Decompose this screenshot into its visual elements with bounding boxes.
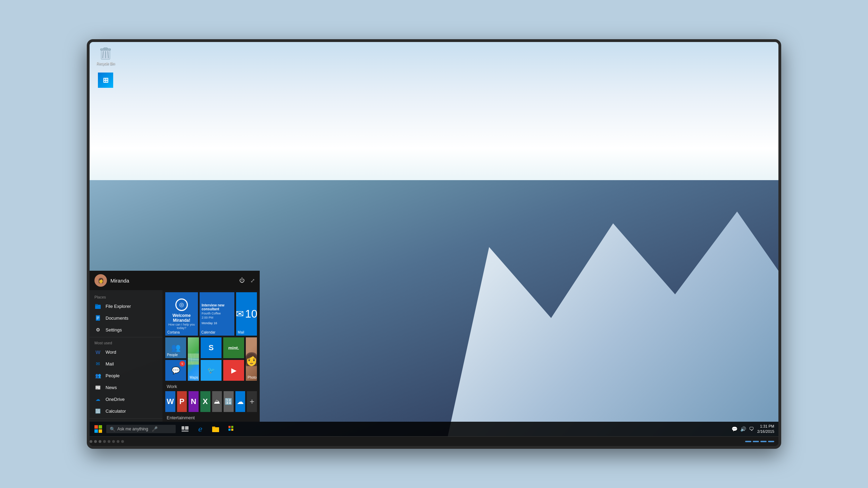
start-menu-header: 👩 Miranda ⏻ ⤢: [90, 271, 260, 290]
monitor-dots-row: [90, 440, 778, 443]
onedrive-tile[interactable]: ☁: [235, 391, 245, 412]
mail-icon: ✉: [94, 360, 101, 367]
nav-dot-1: [745, 441, 751, 442]
work-section-label: Work: [165, 382, 257, 391]
sidebar-item-word[interactable]: W Word: [90, 346, 162, 358]
messaging-tile[interactable]: 💬 5: [165, 360, 186, 381]
sidebar-item-calculator[interactable]: 🔢 Calculator: [90, 405, 162, 417]
calc-tile[interactable]: 🔢: [224, 391, 234, 412]
mint-label: mint.: [228, 345, 239, 351]
svg-rect-19: [94, 429, 98, 433]
ppt-icon: P: [180, 397, 185, 406]
sidebar-item-settings[interactable]: ⚙ Settings: [90, 324, 162, 336]
onedrive-icon: ☁: [94, 396, 101, 403]
internet-explorer-button[interactable]: ℯ: [193, 422, 208, 436]
news-icon: 📰: [94, 384, 101, 391]
store-taskbar-button[interactable]: [224, 422, 238, 436]
recycle-bin-icon[interactable]: Recycle Bin: [94, 45, 117, 66]
word-tile-icon: W: [167, 397, 174, 406]
maps-graphic: [188, 337, 199, 381]
settings-icon: ⚙: [94, 326, 101, 333]
people-tile[interactable]: 👥 People: [165, 337, 186, 358]
bing-icon: ⛰: [214, 398, 220, 405]
sidebar-item-file-explorer[interactable]: File Explorer: [90, 300, 162, 312]
search-text: Ask me anything: [117, 427, 148, 431]
bing-tile[interactable]: ⛰: [212, 391, 222, 412]
calendar-tile[interactable]: Interview new consultant Fourth Coffee 2…: [200, 292, 234, 336]
sidebar-item-onedrive[interactable]: ☁ OneDrive: [90, 393, 162, 405]
svg-rect-2: [104, 48, 108, 49]
store-image: ⊞: [98, 73, 113, 88]
speaker-icon[interactable]: 🔊: [740, 426, 746, 432]
store-icon[interactable]: ⊞: [94, 73, 117, 88]
taskbar-apps: ℯ: [178, 422, 238, 436]
calendar-label: Calendar: [201, 330, 216, 334]
cortana-circle: ◎: [175, 298, 188, 311]
documents-icon: [94, 314, 101, 321]
start-menu-body: Places File Explorer: [90, 290, 260, 422]
excel-icon: X: [203, 397, 208, 406]
system-clock[interactable]: 1:31 PM 2/16/2015: [757, 424, 774, 435]
header-icons: ⏻ ⤢: [239, 277, 255, 284]
svg-rect-7: [95, 304, 98, 305]
svg-rect-29: [231, 429, 233, 431]
skype-tile[interactable]: S: [201, 337, 222, 358]
mail-envelope-icon: ✉: [236, 308, 244, 320]
places-label: Places: [90, 293, 162, 300]
mail-tile[interactable]: ✉ 10 Mail: [236, 292, 257, 336]
photos-tile[interactable]: 👩 Photos: [246, 337, 257, 381]
excel-tile[interactable]: X: [200, 391, 210, 412]
maps-tile[interactable]: Maps: [188, 337, 199, 381]
calculator-icon: 🔢: [94, 407, 101, 414]
onedrive-label: OneDrive: [106, 397, 125, 402]
file-explorer-icon: [94, 303, 101, 310]
svg-rect-26: [228, 426, 231, 428]
search-bar[interactable]: 🔍 Ask me anything 🎤: [106, 425, 176, 433]
microphone-icon[interactable]: 🎤: [152, 426, 158, 432]
expand-button[interactable]: ⤢: [250, 277, 255, 284]
user-info[interactable]: 👩 Miranda: [94, 274, 129, 287]
svg-rect-21: [182, 426, 184, 430]
start-left-panel: Places File Explorer: [90, 290, 162, 422]
flipboard-tile[interactable]: ▶: [223, 360, 244, 381]
monitor-dot-1: [90, 440, 92, 443]
sidebar-item-people[interactable]: 👥 People: [90, 370, 162, 381]
mail-tile-label: Mail: [238, 330, 244, 334]
start-button[interactable]: [91, 422, 106, 436]
mint-tile[interactable]: mint.: [223, 337, 244, 358]
tiles-row-work: W P N X ⛰: [165, 391, 257, 412]
monitor-dot-6: [112, 440, 115, 443]
ie-icon: ℯ: [198, 425, 202, 433]
word-label: Word: [106, 350, 116, 355]
people-tile-icon: 👥: [171, 343, 181, 352]
word-tile[interactable]: W: [165, 391, 175, 412]
monitor-bottom-bar: [90, 436, 778, 446]
powerpoint-tile[interactable]: P: [177, 391, 187, 412]
monitor-dot-4: [103, 440, 106, 443]
calendar-company: Fourth Coffee: [202, 312, 232, 315]
messaging-badge: 5: [180, 361, 185, 367]
add-tile-button[interactable]: +: [247, 391, 257, 412]
sidebar-item-news[interactable]: 📰 News: [90, 381, 162, 393]
onenote-tile[interactable]: N: [189, 391, 199, 412]
sidebar-item-mail[interactable]: ✉ Mail: [90, 358, 162, 370]
cortana-tile[interactable]: ◎ Welcome Miranda! How can I help you to…: [165, 292, 198, 336]
sidebar-item-documents[interactable]: Documents: [90, 312, 162, 324]
skype-icon: S: [209, 343, 214, 352]
people-icon: 👥: [94, 372, 101, 379]
speech-bubble-icon[interactable]: 🗨: [749, 426, 754, 432]
recycle-bin-label: Recycle Bin: [97, 62, 115, 66]
file-explorer-taskbar-button[interactable]: [208, 422, 223, 436]
start-tiles-panel: ◎ Welcome Miranda! How can I help you to…: [162, 290, 260, 422]
power-button[interactable]: ⏻: [239, 277, 245, 284]
nav-dot-3: [760, 441, 767, 442]
svg-rect-22: [185, 426, 189, 430]
twitter-tile[interactable]: 🐦: [201, 360, 222, 381]
svg-rect-28: [228, 429, 231, 431]
monitor-dot-8: [121, 440, 124, 443]
chat-icon[interactable]: 💬: [732, 426, 737, 432]
monitor-dot-2: [94, 440, 97, 443]
task-view-button[interactable]: [178, 422, 192, 436]
svg-rect-18: [99, 425, 102, 429]
photos-person: 👩: [246, 337, 257, 381]
